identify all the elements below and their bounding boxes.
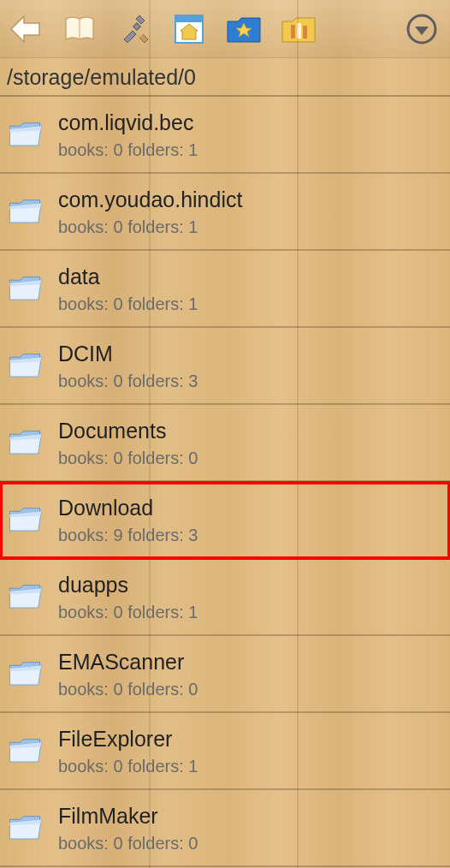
folder-text: EMAScannerbooks: 0 folders: 0 <box>58 650 443 699</box>
folder-row[interactable]: DCIMbooks: 0 folders: 3 <box>0 328 450 405</box>
favorites-button[interactable] <box>224 9 263 49</box>
svg-rect-3 <box>175 15 203 22</box>
folder-meta: books: 0 folders: 1 <box>58 757 443 776</box>
folder-icon <box>7 809 48 850</box>
folder-text: duappsbooks: 0 folders: 1 <box>58 573 443 622</box>
folder-icon <box>7 424 48 465</box>
folder-meta: books: 9 folders: 3 <box>58 526 443 545</box>
folder-meta: books: 0 folders: 0 <box>58 680 443 699</box>
folder-row[interactable]: com.liqvid.becbooks: 0 folders: 1 <box>0 97 450 174</box>
folder-row[interactable]: Documentsbooks: 0 folders: 0 <box>0 405 450 482</box>
folder-text: Downloadbooks: 9 folders: 3 <box>58 496 443 545</box>
back-button[interactable] <box>5 9 44 49</box>
folder-icon <box>7 270 48 311</box>
folder-row[interactable]: Downloadbooks: 9 folders: 3 <box>0 482 450 559</box>
folder-text: FilmMakerbooks: 0 folders: 0 <box>58 804 443 853</box>
home-frame-icon <box>172 12 206 46</box>
folder-icon <box>7 193 48 234</box>
folder-name: com.youdao.hindict <box>58 187 443 212</box>
folder-row[interactable]: com.youdao.hindictbooks: 0 folders: 1 <box>0 174 450 251</box>
folder-name: Documents <box>58 419 443 443</box>
folder-icon <box>7 116 48 157</box>
folder-text: Documentsbooks: 0 folders: 0 <box>58 419 443 468</box>
folder-icon <box>7 347 48 388</box>
folder-meta: books: 0 folders: 0 <box>58 449 443 468</box>
toolbar <box>0 0 450 58</box>
folder-text: databooks: 0 folders: 1 <box>58 265 443 314</box>
back-arrow-icon <box>7 11 43 47</box>
folder-name: DCIM <box>58 342 443 366</box>
folder-text: DCIMbooks: 0 folders: 3 <box>58 342 443 391</box>
folder-text: FileExplorerbooks: 0 folders: 1 <box>58 727 443 776</box>
folder-icon <box>7 578 48 619</box>
folder-row[interactable]: databooks: 0 folders: 1 <box>0 251 450 328</box>
folder-name: EMAScanner <box>58 650 443 675</box>
folder-name: com.liqvid.bec <box>58 110 443 135</box>
folder-text: com.youdao.hindictbooks: 0 folders: 1 <box>58 187 443 237</box>
folder-name: FileExplorer <box>58 727 443 752</box>
current-path: /storage/emulated/0 <box>7 65 196 89</box>
star-folder-icon <box>226 13 262 45</box>
folder-meta: books: 0 folders: 0 <box>58 834 443 853</box>
library-button[interactable] <box>60 9 99 49</box>
dropdown-circle-icon <box>406 13 438 45</box>
folder-books-icon <box>281 13 317 45</box>
folder-name: FilmMaker <box>58 804 443 829</box>
folder-meta: books: 0 folders: 3 <box>58 372 443 391</box>
folder-icon <box>7 655 48 696</box>
folder-icon <box>7 732 48 773</box>
svg-rect-4 <box>291 25 295 39</box>
folder-text: com.liqvid.becbooks: 0 folders: 1 <box>58 110 443 160</box>
tools-icon <box>117 12 151 46</box>
folder-meta: books: 0 folders: 1 <box>58 603 443 622</box>
folder-name: duapps <box>58 573 443 597</box>
menu-button[interactable] <box>402 9 441 49</box>
svg-rect-6 <box>303 26 307 39</box>
folder-row[interactable]: EMAScannerbooks: 0 folders: 0 <box>0 636 450 713</box>
folder-meta: books: 0 folders: 1 <box>58 140 443 160</box>
svg-rect-1 <box>133 22 140 29</box>
folder-icon <box>7 501 48 542</box>
folder-meta: books: 0 folders: 1 <box>58 294 443 314</box>
folder-row[interactable]: FilmMakerbooks: 0 folders: 0 <box>0 790 450 867</box>
bookshelf-button[interactable] <box>279 9 318 49</box>
tools-button[interactable] <box>115 9 154 49</box>
folder-meta: books: 0 folders: 1 <box>58 217 443 237</box>
folder-list: com.liqvid.becbooks: 0 folders: 1com.you… <box>0 97 450 867</box>
open-book-icon <box>62 12 97 46</box>
folder-row[interactable]: FileExplorerbooks: 0 folders: 1 <box>0 713 450 790</box>
folder-name: data <box>58 265 443 289</box>
home-button[interactable] <box>169 9 209 49</box>
folder-name: Download <box>58 496 443 520</box>
svg-rect-5 <box>297 23 301 39</box>
folder-row[interactable]: duappsbooks: 0 folders: 1 <box>0 559 450 636</box>
path-bar[interactable]: /storage/emulated/0 <box>0 58 450 97</box>
